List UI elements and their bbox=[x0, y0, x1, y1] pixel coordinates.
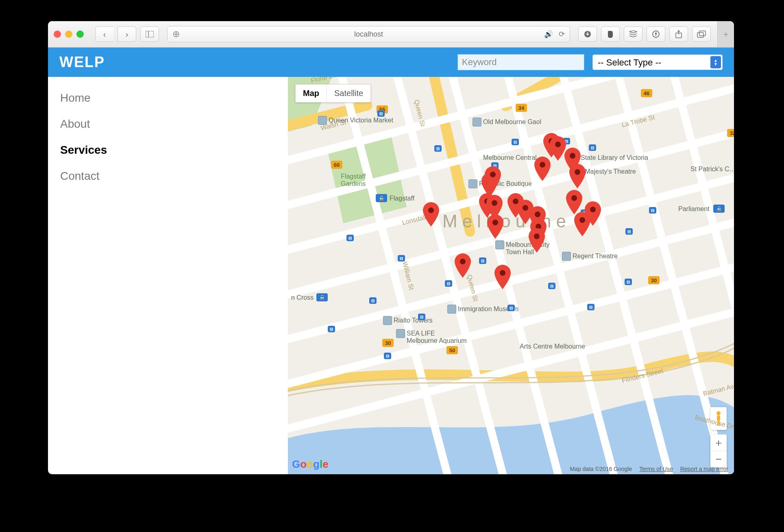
tram-stop-icon: ⊟ bbox=[384, 353, 391, 359]
app-header: WELP -- Select Type -- ▲▼ bbox=[48, 48, 734, 77]
map-marker[interactable] bbox=[485, 166, 501, 191]
road-shield: 50 bbox=[446, 346, 458, 354]
road-shield: 30 bbox=[648, 276, 660, 284]
map-credits: Map data ©2016 Google Terms of Use Repor… bbox=[570, 466, 728, 472]
map-marker[interactable] bbox=[569, 164, 586, 188]
svg-point-37 bbox=[523, 205, 528, 211]
svg-point-43 bbox=[540, 162, 545, 168]
type-select[interactable]: -- Select Type -- bbox=[592, 55, 723, 70]
address-bar[interactable]: ⊕ localhost 🔊 ⟳ bbox=[167, 26, 570, 42]
tram-stop-icon: ⊟ bbox=[369, 297, 377, 304]
svg-point-47 bbox=[575, 169, 580, 175]
poi-icon bbox=[396, 329, 405, 338]
tram-stop-icon: ⊟ bbox=[589, 144, 596, 151]
svg-rect-27 bbox=[717, 415, 720, 421]
satellite-mode-button[interactable]: Satellite bbox=[327, 85, 370, 102]
map-marker[interactable] bbox=[566, 190, 582, 214]
tram-stop-icon: ⊟ bbox=[346, 235, 354, 241]
svg-rect-8 bbox=[699, 31, 706, 36]
tram-stop-icon: ⊟ bbox=[587, 304, 595, 310]
zoom-in-button[interactable]: ＋ bbox=[710, 434, 727, 451]
map-base bbox=[288, 77, 734, 474]
svg-point-48 bbox=[571, 195, 577, 201]
map-marker[interactable] bbox=[534, 157, 551, 181]
svg-point-26 bbox=[716, 411, 721, 415]
map-mode-button[interactable]: Map bbox=[296, 85, 327, 102]
traffic-lights bbox=[54, 31, 84, 38]
tram-stop-icon: ⊟ bbox=[434, 145, 442, 152]
svg-rect-29 bbox=[719, 421, 720, 426]
poi-icon bbox=[468, 179, 477, 188]
tram-stop-icon: ⊟ bbox=[625, 228, 633, 235]
tram-stop-icon: ⊟ bbox=[445, 280, 452, 287]
svg-point-46 bbox=[570, 153, 575, 159]
tram-stop-icon: ⊟ bbox=[479, 257, 486, 264]
zoom-out-button[interactable]: − bbox=[710, 451, 727, 467]
google-logo: Google bbox=[292, 458, 329, 471]
svg-rect-0 bbox=[146, 31, 154, 37]
share-icon[interactable] bbox=[669, 26, 688, 42]
svg-point-40 bbox=[534, 233, 540, 239]
sound-icon[interactable]: 🔊 bbox=[544, 30, 553, 39]
tram-stop-icon: ⊟ bbox=[398, 255, 405, 262]
streetview-pegman[interactable] bbox=[710, 407, 727, 430]
reload-icon[interactable]: ⟳ bbox=[559, 30, 565, 39]
svg-point-42 bbox=[500, 270, 505, 276]
road-shield: 60 bbox=[331, 161, 342, 169]
poi-icon bbox=[495, 240, 504, 249]
poi-icon bbox=[318, 116, 327, 125]
svg-point-34 bbox=[492, 200, 497, 206]
minimize-window-button[interactable] bbox=[65, 31, 72, 38]
map-marker[interactable] bbox=[585, 201, 601, 226]
tram-stop-icon: ⊟ bbox=[548, 283, 555, 289]
buffer-icon[interactable] bbox=[624, 26, 642, 42]
browser-toolbar: ‹ › ⊕ localhost 🔊 ⟳ bbox=[48, 21, 734, 48]
download-icon[interactable] bbox=[578, 26, 597, 42]
tabs-icon[interactable] bbox=[692, 26, 711, 42]
safari-window: ‹ › ⊕ localhost 🔊 ⟳ bbox=[48, 21, 734, 474]
new-tab-button[interactable]: ＋ bbox=[717, 21, 734, 47]
sidebar-item-services[interactable]: Services bbox=[60, 137, 288, 163]
road-shield: 32 bbox=[727, 129, 734, 137]
road-shield: 30 bbox=[382, 339, 394, 347]
onepassword-icon[interactable] bbox=[647, 26, 665, 42]
poi-icon bbox=[473, 118, 481, 126]
poi-icon bbox=[447, 305, 456, 314]
back-button[interactable]: ‹ bbox=[95, 26, 113, 42]
evernote-icon[interactable] bbox=[601, 26, 620, 42]
map-marker[interactable] bbox=[423, 202, 439, 227]
rail-icon: 🚆 bbox=[376, 194, 387, 202]
sidebar-item-home[interactable]: Home bbox=[60, 85, 288, 111]
map-canvas[interactable]: Map Satellite Melbourne ＋ − Google bbox=[288, 77, 734, 474]
address-text: localhost bbox=[354, 30, 383, 39]
road-shield: 46 bbox=[641, 89, 652, 97]
svg-rect-28 bbox=[717, 421, 719, 426]
close-window-button[interactable] bbox=[54, 31, 61, 38]
tram-stop-icon: ⊟ bbox=[507, 305, 515, 311]
zoom-controls: ＋ − bbox=[710, 434, 727, 467]
keyword-input[interactable] bbox=[457, 54, 584, 70]
tram-stop-icon: ⊟ bbox=[512, 139, 519, 145]
sidebar-nav: HomeAboutServicesContact bbox=[48, 77, 288, 474]
map-marker[interactable] bbox=[487, 214, 503, 239]
fullscreen-window-button[interactable] bbox=[76, 31, 84, 38]
svg-point-49 bbox=[579, 217, 585, 223]
svg-point-45 bbox=[555, 142, 561, 147]
map-marker[interactable] bbox=[494, 265, 511, 289]
rail-icon: 🚆 bbox=[316, 293, 328, 301]
forward-button[interactable]: › bbox=[118, 26, 136, 42]
svg-point-38 bbox=[535, 211, 540, 217]
svg-point-30 bbox=[428, 207, 434, 213]
poi-icon bbox=[383, 316, 392, 325]
sidebar-item-about[interactable]: About bbox=[60, 111, 288, 137]
map-marker[interactable] bbox=[529, 228, 545, 253]
sidebar-button[interactable] bbox=[140, 26, 159, 42]
brand-logo[interactable]: WELP bbox=[59, 54, 105, 71]
map-marker[interactable] bbox=[455, 253, 471, 278]
svg-point-41 bbox=[460, 259, 466, 264]
sidebar-item-contact[interactable]: Contact bbox=[60, 163, 288, 189]
svg-point-35 bbox=[492, 220, 498, 225]
add-page-icon[interactable]: ⊕ bbox=[172, 29, 180, 39]
map-marker[interactable] bbox=[550, 136, 566, 161]
road-shield: 34 bbox=[516, 104, 527, 112]
